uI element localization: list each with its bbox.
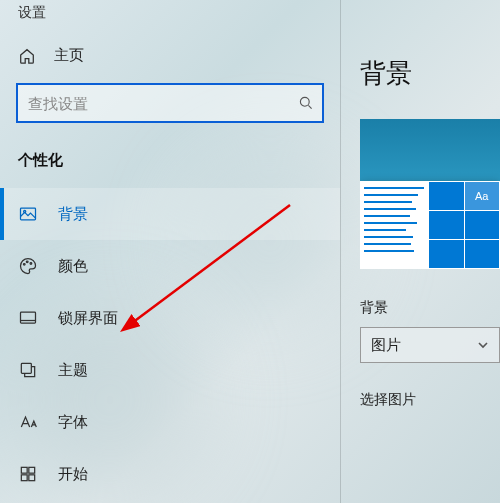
sidebar-item-label: 开始 bbox=[58, 465, 88, 484]
background-type-label: 背景 bbox=[360, 299, 500, 317]
search-wrap bbox=[16, 83, 324, 123]
vertical-divider bbox=[340, 0, 341, 503]
lockscreen-icon bbox=[18, 308, 38, 328]
start-icon bbox=[18, 464, 38, 484]
svg-rect-6 bbox=[21, 312, 36, 323]
svg-point-0 bbox=[300, 97, 309, 106]
section-header: 个性化 bbox=[0, 151, 340, 188]
sidebar-item-themes[interactable]: 主题 bbox=[0, 344, 340, 396]
content-area: 背景 Aa 背景 图片 选择图片 bbox=[360, 0, 500, 503]
theme-icon bbox=[18, 360, 38, 380]
sidebar-item-label: 锁屏界面 bbox=[58, 309, 118, 328]
svg-rect-10 bbox=[21, 475, 27, 481]
settings-sidebar: 设置 主页 个性化 背景 颜色 锁屏界面 主题 bbox=[0, 0, 340, 503]
sidebar-item-label: 颜色 bbox=[58, 257, 88, 276]
background-type-value: 图片 bbox=[371, 336, 401, 355]
sidebar-item-label: 主题 bbox=[58, 361, 88, 380]
sidebar-item-background[interactable]: 背景 bbox=[0, 188, 340, 240]
svg-rect-11 bbox=[29, 475, 35, 481]
font-icon bbox=[18, 412, 38, 432]
chevron-down-icon bbox=[477, 339, 489, 351]
home-icon bbox=[18, 47, 36, 65]
svg-rect-8 bbox=[21, 467, 27, 473]
search-icon bbox=[298, 95, 314, 111]
sidebar-item-lockscreen[interactable]: 锁屏界面 bbox=[0, 292, 340, 344]
preview-text-lines bbox=[360, 181, 428, 269]
sidebar-item-label: 背景 bbox=[58, 205, 88, 224]
svg-point-5 bbox=[30, 263, 32, 265]
choose-image-label: 选择图片 bbox=[360, 391, 500, 409]
svg-rect-9 bbox=[29, 467, 35, 473]
svg-rect-7 bbox=[21, 363, 31, 373]
preview-aa-tile: Aa bbox=[465, 182, 500, 210]
home-label: 主页 bbox=[54, 46, 84, 65]
partial-header-text: 设置 bbox=[0, 0, 340, 36]
sidebar-item-fonts[interactable]: 字体 bbox=[0, 396, 340, 448]
preview-sample-window: Aa bbox=[360, 181, 500, 269]
search-input[interactable] bbox=[16, 83, 324, 123]
palette-icon bbox=[18, 256, 38, 276]
sidebar-item-start[interactable]: 开始 bbox=[0, 448, 340, 500]
svg-point-4 bbox=[26, 261, 28, 263]
background-type-select[interactable]: 图片 bbox=[360, 327, 500, 363]
sidebar-item-label: 字体 bbox=[58, 413, 88, 432]
image-icon bbox=[18, 204, 38, 224]
home-button[interactable]: 主页 bbox=[0, 36, 340, 83]
svg-point-3 bbox=[23, 264, 25, 266]
page-title: 背景 bbox=[360, 56, 500, 91]
desktop-preview: Aa bbox=[360, 119, 500, 269]
preview-tiles: Aa bbox=[428, 181, 500, 269]
sidebar-item-colors[interactable]: 颜色 bbox=[0, 240, 340, 292]
